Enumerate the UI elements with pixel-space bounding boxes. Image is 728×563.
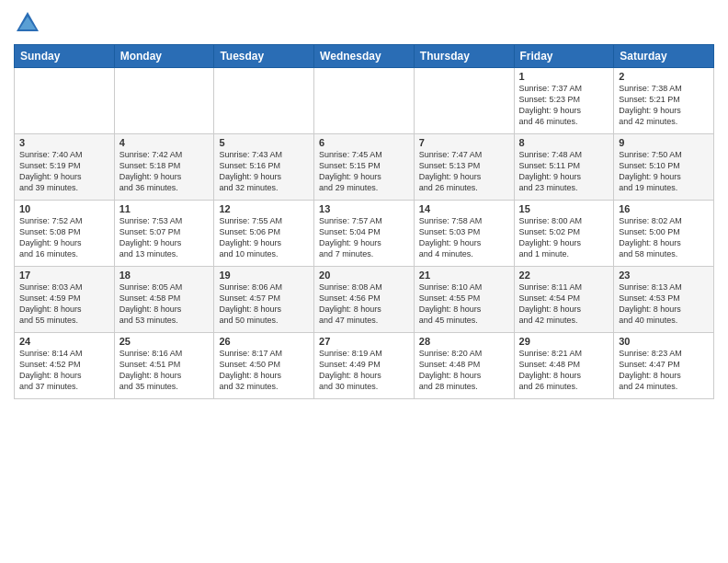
day-number: 5 [219,137,309,148]
calendar-cell: 25Sunrise: 8:16 AM Sunset: 4:51 PM Dayli… [114,333,214,399]
day-info: Sunrise: 8:00 AM Sunset: 5:02 PM Dayligh… [519,215,609,260]
logo-icon [14,9,41,37]
day-info: Sunrise: 8:06 AM Sunset: 4:57 PM Dayligh… [219,282,309,327]
day-number: 21 [419,270,509,281]
day-number: 4 [119,137,210,148]
day-header-wednesday: Wednesday [314,45,415,68]
calendar-cell: 3Sunrise: 7:40 AM Sunset: 5:19 PM Daylig… [15,134,115,201]
day-number: 6 [319,137,409,148]
day-number: 14 [419,203,509,214]
day-number: 15 [519,203,609,214]
day-number: 2 [619,71,709,82]
calendar-week-1: 1Sunrise: 7:37 AM Sunset: 5:23 PM Daylig… [15,68,714,134]
day-number: 12 [219,203,309,214]
day-header-thursday: Thursday [414,45,514,68]
calendar-cell: 6Sunrise: 7:45 AM Sunset: 5:15 PM Daylig… [314,134,415,201]
calendar-cell [114,68,214,134]
day-info: Sunrise: 7:57 AM Sunset: 5:04 PM Dayligh… [319,215,409,260]
day-number: 13 [319,203,409,214]
day-number: 7 [419,137,509,148]
day-number: 28 [419,336,509,347]
calendar-cell: 28Sunrise: 8:20 AM Sunset: 4:48 PM Dayli… [414,333,514,399]
calendar-cell: 26Sunrise: 8:17 AM Sunset: 4:50 PM Dayli… [214,333,314,399]
day-number: 29 [519,336,609,347]
calendar-cell: 22Sunrise: 8:11 AM Sunset: 4:54 PM Dayli… [514,267,614,333]
calendar-cell: 20Sunrise: 8:08 AM Sunset: 4:56 PM Dayli… [314,267,415,333]
day-number: 23 [619,270,709,281]
calendar-cell [314,68,415,134]
page: SundayMondayTuesdayWednesdayThursdayFrid… [0,0,728,563]
day-number: 9 [619,137,709,148]
day-info: Sunrise: 7:42 AM Sunset: 5:18 PM Dayligh… [119,149,210,194]
calendar-cell: 27Sunrise: 8:19 AM Sunset: 4:49 PM Dayli… [314,333,415,399]
logo [14,9,45,37]
calendar-cell: 9Sunrise: 7:50 AM Sunset: 5:10 PM Daylig… [614,134,714,201]
day-info: Sunrise: 8:19 AM Sunset: 4:49 PM Dayligh… [319,348,409,393]
day-header-tuesday: Tuesday [214,45,314,68]
day-number: 10 [19,203,109,214]
calendar-cell: 29Sunrise: 8:21 AM Sunset: 4:48 PM Dayli… [514,333,614,399]
calendar-header-row: SundayMondayTuesdayWednesdayThursdayFrid… [15,45,714,68]
day-info: Sunrise: 7:52 AM Sunset: 5:08 PM Dayligh… [19,215,109,260]
calendar-cell: 10Sunrise: 7:52 AM Sunset: 5:08 PM Dayli… [15,201,115,267]
day-number: 18 [119,270,210,281]
calendar-cell: 19Sunrise: 8:06 AM Sunset: 4:57 PM Dayli… [214,267,314,333]
header [14,9,714,37]
calendar-cell: 1Sunrise: 7:37 AM Sunset: 5:23 PM Daylig… [514,68,614,134]
day-info: Sunrise: 8:16 AM Sunset: 4:51 PM Dayligh… [119,348,210,393]
day-number: 19 [219,270,309,281]
day-info: Sunrise: 7:53 AM Sunset: 5:07 PM Dayligh… [119,215,210,260]
calendar-cell: 16Sunrise: 8:02 AM Sunset: 5:00 PM Dayli… [614,201,714,267]
calendar-week-3: 10Sunrise: 7:52 AM Sunset: 5:08 PM Dayli… [15,201,714,267]
day-number: 8 [519,137,609,148]
calendar-cell: 2Sunrise: 7:38 AM Sunset: 5:21 PM Daylig… [614,68,714,134]
day-info: Sunrise: 7:40 AM Sunset: 5:19 PM Dayligh… [19,149,109,194]
day-number: 22 [519,270,609,281]
day-info: Sunrise: 8:03 AM Sunset: 4:59 PM Dayligh… [19,282,109,327]
calendar-cell: 11Sunrise: 7:53 AM Sunset: 5:07 PM Dayli… [114,201,214,267]
day-info: Sunrise: 8:21 AM Sunset: 4:48 PM Dayligh… [519,348,609,393]
calendar-cell: 15Sunrise: 8:00 AM Sunset: 5:02 PM Dayli… [514,201,614,267]
day-info: Sunrise: 7:37 AM Sunset: 5:23 PM Dayligh… [519,83,609,128]
day-number: 26 [219,336,309,347]
day-header-monday: Monday [114,45,214,68]
day-info: Sunrise: 8:23 AM Sunset: 4:47 PM Dayligh… [619,348,709,393]
calendar-cell: 30Sunrise: 8:23 AM Sunset: 4:47 PM Dayli… [614,333,714,399]
day-info: Sunrise: 8:02 AM Sunset: 5:00 PM Dayligh… [619,215,709,260]
day-info: Sunrise: 7:58 AM Sunset: 5:03 PM Dayligh… [419,215,509,260]
day-number: 3 [19,137,109,148]
calendar-cell: 12Sunrise: 7:55 AM Sunset: 5:06 PM Dayli… [214,201,314,267]
day-number: 25 [119,336,210,347]
day-header-friday: Friday [514,45,614,68]
day-number: 11 [119,203,210,214]
calendar-cell: 17Sunrise: 8:03 AM Sunset: 4:59 PM Dayli… [15,267,115,333]
day-number: 27 [319,336,409,347]
day-header-saturday: Saturday [614,45,714,68]
calendar-cell [15,68,115,134]
calendar-cell: 7Sunrise: 7:47 AM Sunset: 5:13 PM Daylig… [414,134,514,201]
calendar-cell [414,68,514,134]
day-info: Sunrise: 7:45 AM Sunset: 5:15 PM Dayligh… [319,149,409,194]
calendar-week-2: 3Sunrise: 7:40 AM Sunset: 5:19 PM Daylig… [15,134,714,201]
day-info: Sunrise: 8:08 AM Sunset: 4:56 PM Dayligh… [319,282,409,327]
day-info: Sunrise: 8:17 AM Sunset: 4:50 PM Dayligh… [219,348,309,393]
calendar-week-4: 17Sunrise: 8:03 AM Sunset: 4:59 PM Dayli… [15,267,714,333]
day-number: 16 [619,203,709,214]
day-info: Sunrise: 8:05 AM Sunset: 4:58 PM Dayligh… [119,282,210,327]
calendar-cell: 4Sunrise: 7:42 AM Sunset: 5:18 PM Daylig… [114,134,214,201]
day-info: Sunrise: 8:11 AM Sunset: 4:54 PM Dayligh… [519,282,609,327]
day-number: 24 [19,336,109,347]
day-number: 1 [519,71,609,82]
calendar-cell: 14Sunrise: 7:58 AM Sunset: 5:03 PM Dayli… [414,201,514,267]
day-number: 20 [319,270,409,281]
calendar-cell: 24Sunrise: 8:14 AM Sunset: 4:52 PM Dayli… [15,333,115,399]
calendar-cell: 23Sunrise: 8:13 AM Sunset: 4:53 PM Dayli… [614,267,714,333]
calendar-cell: 8Sunrise: 7:48 AM Sunset: 5:11 PM Daylig… [514,134,614,201]
calendar-table: SundayMondayTuesdayWednesdayThursdayFrid… [14,44,714,399]
day-number: 30 [619,336,709,347]
day-info: Sunrise: 8:10 AM Sunset: 4:55 PM Dayligh… [419,282,509,327]
day-number: 17 [19,270,109,281]
day-info: Sunrise: 8:14 AM Sunset: 4:52 PM Dayligh… [19,348,109,393]
day-info: Sunrise: 7:43 AM Sunset: 5:16 PM Dayligh… [219,149,309,194]
day-info: Sunrise: 7:50 AM Sunset: 5:10 PM Dayligh… [619,149,709,194]
